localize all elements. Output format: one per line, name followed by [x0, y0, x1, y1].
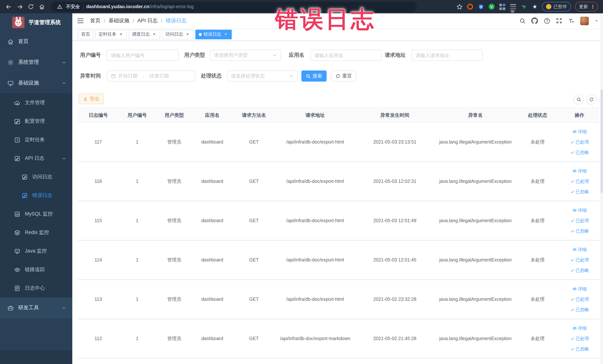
- tab-3[interactable]: 访问日志×: [162, 29, 194, 39]
- font-size-icon[interactable]: [568, 17, 575, 24]
- op-detail-link[interactable]: 详细: [572, 129, 587, 135]
- sidebar-item-8[interactable]: 错误日志: [0, 186, 72, 205]
- app-name-input[interactable]: [310, 50, 382, 61]
- forward-icon[interactable]: [15, 2, 24, 12]
- layers-icon: [14, 229, 20, 236]
- extension-adblock-icon[interactable]: on: [510, 3, 516, 10]
- app-logo[interactable]: 芋道管理系统: [0, 13, 72, 31]
- sidebar-item-label: 配置管理: [25, 118, 45, 125]
- tab-close-icon[interactable]: ×: [152, 32, 157, 37]
- error-log-table: 日志编号用户编号用户类型应用名请求方法名请求地址异常发生时间异常名处理状态操作 …: [78, 107, 599, 359]
- github-icon[interactable]: [531, 17, 538, 24]
- extension-shield-icon[interactable]: [477, 3, 484, 10]
- sidebar-item-14[interactable]: 研发工具: [0, 297, 72, 318]
- reset-button[interactable]: 重置: [331, 70, 356, 82]
- extension-orange-icon[interactable]: [467, 3, 474, 10]
- date-range-input[interactable]: 开始日期 - 结束日期: [107, 70, 195, 82]
- search-button[interactable]: 搜索: [302, 70, 327, 82]
- tab-2[interactable]: 调度日志×: [129, 29, 160, 39]
- sidebar-item-7[interactable]: 访问日志: [0, 168, 72, 186]
- home-icon[interactable]: [37, 2, 47, 12]
- user-type-select[interactable]: 请选择用户类型: [210, 50, 281, 61]
- fullscreen-icon[interactable]: [556, 17, 562, 24]
- sidebar-item-6[interactable]: API 日志: [0, 149, 72, 168]
- column-header-5: 请求地址: [276, 112, 354, 118]
- breadcrumb-item-0[interactable]: 首页: [90, 17, 101, 24]
- breadcrumb-item-1[interactable]: 基础设施: [109, 17, 129, 24]
- cell-user_type: 管理员: [156, 335, 193, 342]
- cell-exception: java.lang.IllegalArgumentException: [436, 218, 515, 223]
- sidebar-item-label: MySQL 监控: [25, 211, 53, 217]
- op-processed-link[interactable]: 已处理: [570, 296, 589, 303]
- op-ignored-link[interactable]: 已忽略: [570, 228, 589, 234]
- sidebar-item-12[interactable]: 链路追踪: [0, 260, 72, 279]
- op-ignored-link[interactable]: 已忽略: [570, 188, 589, 195]
- breadcrumb: 首页/基础设施/API 日志/错误日志: [90, 17, 186, 24]
- op-processed-link[interactable]: 已处理: [570, 139, 589, 145]
- sidebar-item-9[interactable]: MySQL 监控: [0, 205, 72, 223]
- op-detail-link[interactable]: 详细: [572, 325, 587, 331]
- op-processed-link[interactable]: 已处理: [570, 218, 589, 224]
- process-status-select[interactable]: 请选择处理状态: [227, 70, 298, 82]
- browser-menu-icon[interactable]: [590, 4, 595, 9]
- tab-1[interactable]: 定时任务×: [95, 29, 127, 39]
- sidebar-bottom-strip: [0, 350, 72, 364]
- extension-sprout-icon[interactable]: [521, 3, 527, 10]
- export-button[interactable]: 导出: [79, 94, 104, 104]
- op-detail-link[interactable]: 详细: [572, 247, 587, 253]
- help-icon[interactable]: [544, 17, 550, 24]
- breadcrumb-item-2[interactable]: API 日志: [138, 17, 158, 24]
- extensions-puzzle-icon[interactable]: [531, 3, 538, 10]
- tab-close-icon[interactable]: ×: [223, 32, 228, 37]
- sidebar-item-13[interactable]: 日志中心: [0, 279, 72, 297]
- sidebar-item-11[interactable]: Java 监控: [0, 242, 72, 260]
- op-processed-link[interactable]: 已处理: [570, 257, 589, 263]
- cell-time: 2021-05-02 21:45:28: [354, 336, 436, 341]
- op-detail-link[interactable]: 详细: [572, 207, 587, 213]
- collapse-menu-icon[interactable]: [77, 18, 84, 24]
- tab-4[interactable]: 错误日志×: [195, 29, 232, 39]
- user-avatar[interactable]: [580, 16, 589, 25]
- search-toggle-button[interactable]: [574, 94, 584, 105]
- sidebar-item-label: 定时任务: [25, 137, 45, 143]
- sidebar-item-3[interactable]: 文件管理: [0, 94, 72, 112]
- op-ignored-link[interactable]: 已忽略: [570, 267, 589, 273]
- refresh-button[interactable]: [586, 94, 596, 105]
- sidebar-item-2[interactable]: 基础设施: [0, 73, 72, 94]
- bookmark-star-icon[interactable]: [456, 3, 463, 10]
- op-detail-link[interactable]: 详细: [572, 286, 587, 292]
- sidebar-item-5[interactable]: 定时任务: [0, 130, 72, 149]
- chevron-down-icon[interactable]: [594, 19, 599, 23]
- cell-exception: java.lang.IllegalArgumentException: [436, 336, 515, 341]
- tab-close-icon[interactable]: ×: [118, 32, 123, 37]
- paused-extension-badge[interactable]: 已暂停: [542, 2, 571, 12]
- op-detail-link[interactable]: 详细: [572, 168, 587, 174]
- request-url-input[interactable]: [412, 50, 483, 61]
- sidebar-item-4[interactable]: 配置管理: [0, 112, 72, 130]
- extension-grid-icon[interactable]: [499, 3, 506, 10]
- extension-green-icon[interactable]: V: [488, 3, 495, 10]
- op-processed-link[interactable]: 已处理: [570, 178, 589, 185]
- sidebar-item-10[interactable]: Redis 监控: [0, 223, 72, 242]
- reload-icon[interactable]: [26, 2, 35, 12]
- gear-icon: [7, 59, 14, 65]
- divider: [83, 4, 83, 9]
- scrollbar-thumb[interactable]: [601, 89, 603, 193]
- user-id-input[interactable]: [107, 50, 179, 61]
- sidebar-item-0[interactable]: 首页: [0, 31, 72, 52]
- tab-0[interactable]: 首页: [78, 29, 93, 39]
- tab-close-icon[interactable]: ×: [185, 32, 190, 37]
- sidebar-item-1[interactable]: 系统管理: [0, 52, 72, 73]
- check-icon: [570, 268, 574, 273]
- back-icon[interactable]: [4, 2, 13, 12]
- column-header-0: 日志编号: [78, 112, 119, 118]
- table-row-0: 1171管理员dashboardGET/api/infra/db-doc/exp…: [78, 123, 599, 162]
- op-ignored-link[interactable]: 已忽略: [570, 346, 589, 352]
- cell-user_type: 管理员: [156, 296, 193, 303]
- op-ignored-link[interactable]: 已忽略: [570, 149, 589, 156]
- sidebar-item-label: 日志中心: [25, 285, 45, 292]
- search-icon[interactable]: [519, 17, 526, 24]
- op-processed-link[interactable]: 已处理: [570, 335, 589, 342]
- op-ignored-link[interactable]: 已忽略: [570, 306, 589, 313]
- browser-update-button[interactable]: 更新: [575, 2, 598, 12]
